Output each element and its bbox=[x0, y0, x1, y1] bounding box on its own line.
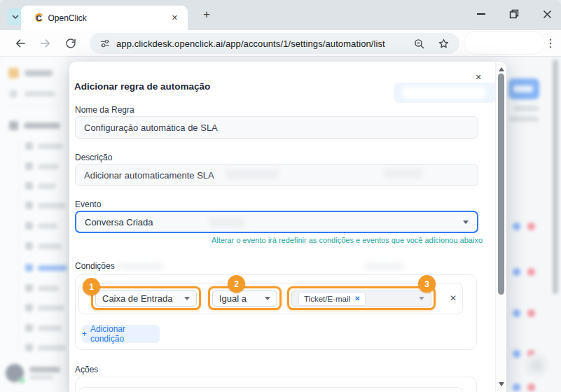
event-select[interactable]: Conversa Criada bbox=[75, 211, 478, 233]
openclick-favicon: CC bbox=[35, 13, 42, 24]
event-select-value: Conversa Criada bbox=[85, 217, 153, 227]
remove-condition-button[interactable]: ✕ bbox=[448, 293, 459, 304]
step-badge-3: 3 bbox=[418, 275, 436, 293]
restore-icon bbox=[509, 9, 519, 19]
browser-window: CC OpenClick ✕ + app.clickdesk.openclick… bbox=[0, 0, 561, 392]
condition-operator-value: Igual a bbox=[219, 293, 247, 304]
scroll-down-arrow[interactable] bbox=[499, 382, 504, 386]
condition-attribute-value: Caixa de Entrada bbox=[102, 293, 172, 304]
event-label: Evento bbox=[75, 200, 101, 209]
blurred-bar bbox=[402, 87, 486, 99]
value-tag: Ticket/E-mail ✕ bbox=[298, 292, 366, 306]
name-label: Nome da Regra bbox=[75, 105, 134, 115]
description-label: Descrição bbox=[75, 153, 112, 162]
step-badge-2: 2 bbox=[228, 275, 245, 293]
name-input[interactable]: Configuração automática de SLA bbox=[75, 116, 478, 139]
blurred-smudge bbox=[118, 262, 163, 270]
blurred-smudge bbox=[226, 169, 279, 179]
tab-close-icon[interactable]: ✕ bbox=[169, 12, 181, 24]
modal-close-button[interactable]: ✕ bbox=[473, 71, 484, 83]
site-settings-icon[interactable] bbox=[99, 38, 111, 49]
actions-label: Ações bbox=[75, 365, 98, 374]
tab-strip: CC OpenClick ✕ + bbox=[0, 0, 561, 30]
browser-tab[interactable]: CC OpenClick ✕ bbox=[21, 6, 188, 30]
modal-title: Adicionar regra de automação bbox=[74, 81, 210, 92]
automation-rule-modal: ✕ Adicionar regra de automação Nome da R… bbox=[69, 62, 506, 392]
bookmark-star-icon[interactable] bbox=[438, 38, 450, 50]
blurred-smudge bbox=[384, 169, 422, 178]
scroll-up-arrow[interactable] bbox=[499, 67, 504, 71]
window-minimize-button[interactable] bbox=[469, 0, 493, 28]
forward-button[interactable] bbox=[39, 37, 52, 50]
chevron-down-icon bbox=[11, 12, 20, 22]
add-condition-label: Adicionar condição bbox=[90, 324, 160, 344]
conditions-label: Condições bbox=[75, 261, 115, 271]
condition-attribute-select[interactable]: Caixa de Entrada bbox=[95, 290, 197, 307]
event-helper-text: Alterar o evento irá redefinir as condiç… bbox=[212, 236, 483, 244]
url-text: app.clickdesk.openclick.ai/app/accounts/… bbox=[116, 38, 413, 49]
tab-title: OpenClick bbox=[48, 13, 169, 23]
modal-scrollbar[interactable] bbox=[495, 62, 506, 392]
reload-button[interactable] bbox=[64, 37, 77, 50]
step-badge-1: 1 bbox=[83, 278, 100, 295]
toolbar-extension-area bbox=[464, 31, 545, 55]
chevron-down-icon bbox=[419, 297, 424, 300]
action-row bbox=[78, 387, 463, 392]
chevron-down-icon bbox=[265, 297, 270, 300]
condition-value-multiselect[interactable]: Ticket/E-mail ✕ bbox=[291, 290, 431, 307]
blurred-smudge bbox=[209, 218, 244, 227]
window-close-button[interactable] bbox=[535, 0, 559, 28]
blurred-smudge bbox=[365, 262, 404, 270]
scrollbar-thumb[interactable] bbox=[498, 74, 504, 295]
close-icon bbox=[543, 10, 552, 19]
back-button[interactable] bbox=[14, 37, 27, 50]
tag-remove-icon[interactable]: ✕ bbox=[354, 295, 360, 302]
url-bar[interactable]: app.clickdesk.openclick.ai/app/accounts/… bbox=[90, 33, 459, 54]
add-condition-button[interactable]: + Adicionar condição bbox=[82, 325, 160, 343]
app-page: ✕ Adicionar regra de automação Nome da R… bbox=[0, 57, 561, 392]
plus-icon: + bbox=[82, 329, 87, 339]
condition-operator-select[interactable]: Igual a bbox=[212, 290, 277, 307]
new-tab-button[interactable]: + bbox=[198, 6, 215, 23]
browser-menu-button[interactable]: ⋮ bbox=[545, 36, 555, 50]
blurred-highlight-chip bbox=[394, 83, 497, 103]
chevron-down-icon bbox=[184, 297, 190, 300]
zoom-out-icon[interactable] bbox=[413, 38, 425, 50]
minimize-icon bbox=[477, 13, 485, 15]
window-restore-button[interactable] bbox=[502, 0, 526, 28]
value-tag-label: Ticket/E-mail bbox=[304, 295, 350, 303]
chevron-down-icon bbox=[463, 220, 469, 224]
